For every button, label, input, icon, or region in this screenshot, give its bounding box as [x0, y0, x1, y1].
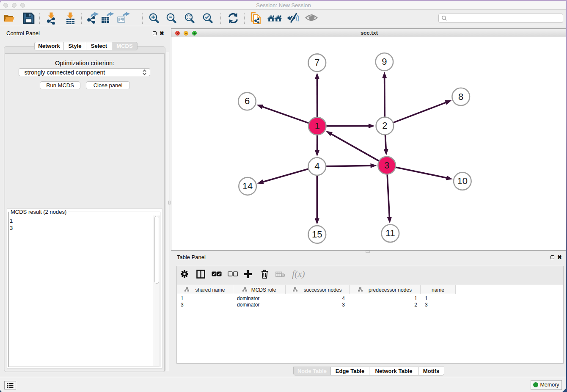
svg-text:3: 3	[384, 160, 389, 170]
svg-text:9: 9	[382, 56, 387, 67]
svg-text:14: 14	[242, 180, 253, 191]
svg-text:2: 2	[382, 120, 387, 131]
svg-text:11: 11	[385, 228, 395, 238]
svg-text:8: 8	[458, 91, 463, 102]
svg-text:6: 6	[245, 96, 250, 106]
svg-text:1: 1	[315, 120, 320, 131]
svg-text:15: 15	[312, 229, 322, 239]
svg-text:4: 4	[314, 161, 319, 171]
svg-text:10: 10	[457, 176, 468, 186]
svg-text:7: 7	[314, 57, 319, 68]
